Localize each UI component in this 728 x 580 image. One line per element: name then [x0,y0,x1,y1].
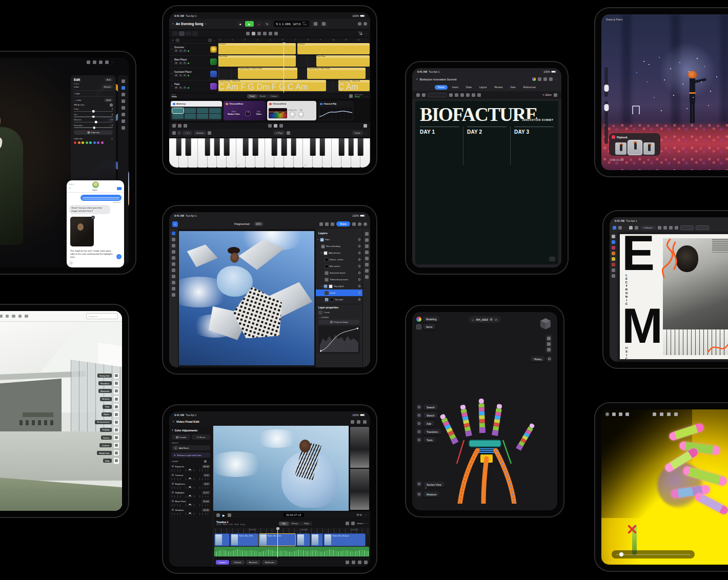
panel-button[interactable] [113,396,120,402]
layer-row[interactable]: Top right [316,296,362,303]
layer-row[interactable]: ▾ Edits [316,236,362,243]
video-clip[interactable] [311,533,323,546]
snap-setting[interactable]: Snap1/4 [358,31,362,36]
mute-button[interactable]: M [174,50,178,53]
solo-button[interactable]: S [179,74,183,77]
solo-button[interactable]: S [179,62,183,65]
glue-icon[interactable] [269,32,272,35]
play-surface-button[interactable]: ▸ Play [273,131,285,135]
close-icon[interactable]: ⊗ [111,137,113,140]
crop-tool-icon[interactable] [172,281,175,284]
clock-icon[interactable] [547,356,552,362]
layer-row[interactable]: ▾ Sky (right) [316,283,362,289]
notifications-icon[interactable] [25,315,28,318]
slider[interactable]: Saturation+ 2 [74,125,113,128]
timeline-tool-button[interactable]: Animate [246,560,260,565]
add-mask-button[interactable]: ＋Add Mask [172,445,210,450]
home-button[interactable]: ⌂ [172,221,178,227]
knife-tool-icon[interactable] [612,263,615,266]
pencil-view-button[interactable] [192,31,198,36]
edit-mode-tab[interactable]: Clip [279,522,289,526]
more-icon[interactable]: ⋯ [364,513,367,516]
ribbon-tab[interactable]: Insert [449,85,461,90]
document-page[interactable]: BIOFACTURE INNOVATION SUMMIT DAY 1 DAY 2 [415,101,558,264]
song-title[interactable]: An Evening Song [176,22,204,26]
ribbon-tab[interactable]: Home [435,85,448,90]
window-controls-icon[interactable]: ●●● [69,182,74,185]
slider-knob[interactable] [95,121,97,123]
slider-ticks[interactable] [172,478,210,481]
undo-icon[interactable] [416,93,420,97]
select-cursor-icon[interactable] [629,226,633,230]
slider[interactable]: Vibrance+ 14 [74,119,113,122]
brush-opacity-slider[interactable] [604,101,608,144]
slider-ticks[interactable] [172,469,210,472]
animation-frame[interactable] [615,142,626,155]
menu-icon[interactable] [618,226,622,230]
knobs-icon[interactable] [274,124,277,128]
persona-selector[interactable]: ‹ Default › [640,225,656,230]
frame-icon[interactable] [660,412,663,416]
tool-row[interactable]: Tools [416,437,441,443]
plugin-chromaglow[interactable]: ChromaGlow ModelModern Tube StyleClean [224,101,266,120]
back-icon[interactable]: ‹ [172,428,173,432]
slider-value[interactable]: 4.41 [203,473,210,477]
clip-icon[interactable] [184,124,187,128]
notify-icon[interactable] [547,348,551,351]
chevron-down-icon[interactable]: ▾ [205,23,206,25]
visibility-eye-icon[interactable] [358,258,360,260]
scrubber-playhead[interactable] [619,552,623,556]
trash-icon[interactable] [346,561,349,564]
display-icon[interactable] [357,420,360,424]
plugin-channel-eq[interactable]: Channel EQ [318,101,354,120]
select-subject-icon[interactable] [172,250,175,254]
color-dot[interactable] [78,141,80,144]
ribbon-tab[interactable]: View [507,85,518,90]
panel-button-row[interactable]: Environment [95,419,119,426]
region[interactable]: Keyboard Player - Block Chords [307,68,366,79]
bar-ruler[interactable]: 123456789101112 [218,38,370,43]
visibility-eye-icon[interactable] [358,285,360,287]
automation-mode[interactable]: AutomationRead [355,94,362,98]
history-button[interactable]: History [531,356,545,362]
render-settings-icon[interactable] [674,412,678,416]
more-icon[interactable]: ⋯ [624,226,627,229]
eyedropper-icon[interactable] [110,103,113,107]
color-dot[interactable] [89,141,92,144]
color-dot[interactable] [93,141,96,144]
track-row[interactable]: 1 Drummer M S R [169,43,218,55]
canvas[interactable]: E LECTRONIC M USIC [617,232,728,362]
document-icon[interactable] [613,226,616,230]
grid-icon[interactable] [547,342,551,346]
tracks-view-button[interactable] [172,31,178,36]
visibility-eye-icon[interactable] [358,298,360,300]
editors-view-button[interactable] [186,31,191,36]
back-icon[interactable]: ‹ [416,77,418,81]
sustain-button[interactable]: Sustain [194,131,206,135]
mixer-tab[interactable]: Sends [257,94,268,98]
layer-row[interactable]: Blur match [316,263,362,270]
ribbon-tab[interactable]: Layout [476,85,490,90]
metronome-button[interactable] [320,21,328,27]
adjustment-slider[interactable]: Exposure45.59 [172,465,210,472]
lcd-display[interactable]: 5 1 1 086 127,0 4/4C maj [274,20,309,27]
play-button[interactable]: ▶ [245,21,254,27]
layer-row[interactable]: Sweat...ooster [316,256,362,263]
share-icon[interactable] [351,420,354,424]
scissors-icon[interactable] [263,32,267,35]
reset-button[interactable]: ↺ Reset [192,434,210,440]
region[interactable]: Keyboard Player - Simple Pad C Am F G Dm… [218,80,326,91]
node-tool-icon[interactable] [612,240,615,244]
animation-frame-current[interactable] [628,140,642,155]
browse-button[interactable]: Browse [102,85,113,89]
catch-icon[interactable] [208,38,212,42]
edit-mode-tab[interactable]: Edge [301,522,312,526]
canvas[interactable] [178,229,315,367]
wand-icon[interactable] [204,460,207,463]
add-attachment-button[interactable]: ＋ [69,261,73,265]
wb-value[interactable]: As shot [77,104,84,106]
font-color-icon[interactable] [466,93,470,97]
section-view-row[interactable]: Section ViewOff [416,478,444,489]
playhead[interactable] [284,43,284,93]
panel-button[interactable] [113,419,120,426]
